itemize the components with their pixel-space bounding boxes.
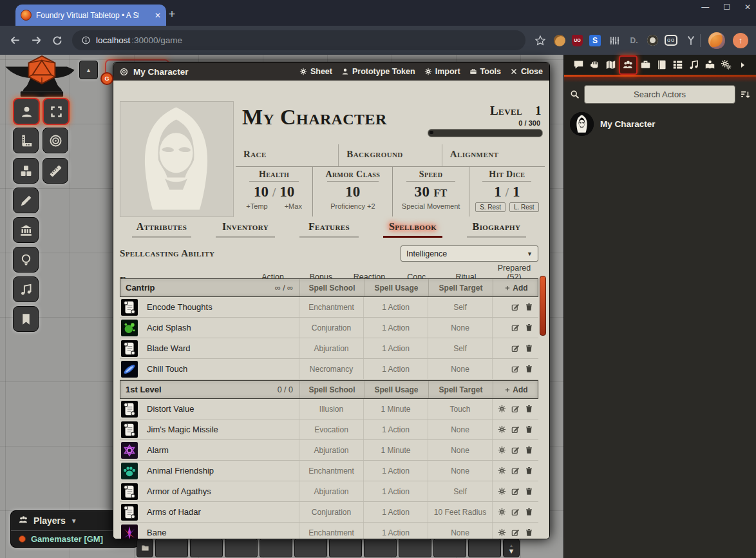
section-slots[interactable]: 0 / 0 bbox=[278, 385, 293, 394]
spell-icon-scroll[interactable] bbox=[121, 401, 138, 418]
edit-spell-icon[interactable] bbox=[511, 323, 520, 332]
spell-icon-scroll[interactable] bbox=[121, 299, 138, 316]
level-value[interactable]: 1 bbox=[535, 104, 542, 118]
hotbar-slot[interactable] bbox=[364, 539, 397, 557]
hotbar-slot[interactable] bbox=[329, 539, 362, 557]
character-name[interactable]: My Character bbox=[242, 106, 387, 128]
sidebar-tab-combat[interactable] bbox=[587, 57, 603, 73]
spell-name[interactable]: Bane bbox=[142, 528, 299, 537]
edit-spell-icon[interactable] bbox=[511, 303, 520, 311]
tab-attributes[interactable]: Attributes bbox=[120, 221, 203, 238]
spell-row[interactable]: Chill Touch Necromancy 1 Action None bbox=[120, 359, 538, 380]
tab-biography[interactable]: Biography bbox=[455, 221, 538, 238]
sidebar-tab-scenes[interactable] bbox=[603, 57, 619, 73]
hotbar-slot[interactable] bbox=[155, 539, 188, 557]
hp-current[interactable]: 10 bbox=[254, 184, 269, 200]
token-controls-button[interactable] bbox=[13, 98, 40, 125]
import-button[interactable]: Import bbox=[424, 67, 460, 76]
spell-name[interactable]: Animal Friendship bbox=[142, 466, 299, 476]
ublock-extension-icon[interactable]: UO bbox=[572, 35, 583, 46]
sort-filter-icon[interactable] bbox=[740, 89, 751, 100]
hotbar-slot[interactable] bbox=[399, 539, 431, 557]
edit-spell-icon[interactable] bbox=[511, 467, 520, 475]
prepare-toggle-icon[interactable] bbox=[498, 446, 506, 454]
spell-name[interactable]: Distort Value bbox=[142, 404, 299, 414]
spell-row[interactable]: Alarm Abjuration 1 Minute None bbox=[120, 440, 538, 461]
tab-close-icon[interactable]: ✕ bbox=[155, 11, 161, 20]
spell-row[interactable]: Bane Enchantment 1 Action None bbox=[120, 523, 538, 539]
browser-update-button[interactable]: ↑ bbox=[733, 33, 748, 48]
delete-spell-icon[interactable] bbox=[525, 365, 533, 373]
prepare-toggle-icon[interactable] bbox=[498, 405, 506, 413]
hotbar-slot[interactable] bbox=[260, 539, 292, 557]
spell-name[interactable]: Arms of Hadar bbox=[142, 507, 299, 517]
select-tool-button[interactable] bbox=[43, 98, 70, 125]
sliders-extension-icon[interactable] bbox=[607, 34, 621, 47]
tab-inventory[interactable]: Inventory bbox=[203, 221, 287, 238]
spell-row[interactable]: Arms of Hadar Conjuration 1 Action 10 Fe… bbox=[120, 502, 538, 523]
tools-button[interactable]: Tools bbox=[469, 67, 501, 76]
prototype-token-button[interactable]: Prototype Token bbox=[341, 67, 415, 76]
spell-row[interactable]: Distort Value Illusion 1 Minute Touch bbox=[120, 399, 538, 419]
back-icon[interactable] bbox=[9, 34, 21, 46]
sidebar-tab-journal[interactable] bbox=[654, 57, 670, 73]
sidebar-tab-compendium[interactable] bbox=[702, 57, 718, 73]
spell-name[interactable]: Acid Splash bbox=[142, 323, 299, 332]
site-info-icon[interactable] bbox=[81, 35, 91, 45]
delete-spell-icon[interactable] bbox=[525, 528, 533, 537]
prepare-toggle-icon[interactable] bbox=[498, 528, 506, 537]
edit-spell-icon[interactable] bbox=[511, 425, 520, 434]
spell-name[interactable]: Alarm bbox=[142, 445, 299, 455]
spell-row[interactable]: Animal Friendship Enchantment 1 Action N… bbox=[120, 461, 538, 481]
note-controls-button[interactable] bbox=[13, 306, 39, 332]
d-extension-icon[interactable]: D. bbox=[627, 34, 641, 47]
prepare-toggle-icon[interactable] bbox=[498, 508, 506, 516]
wall-controls-button[interactable] bbox=[13, 217, 39, 243]
close-window-icon[interactable]: ✕ bbox=[744, 3, 751, 12]
add-spell-button[interactable]: Add bbox=[493, 381, 538, 398]
window-header[interactable]: My Character SheetPrototype TokenImportT… bbox=[113, 63, 549, 81]
cookie-extension-icon[interactable] bbox=[554, 35, 565, 46]
spell-name[interactable]: Jim's Magic Missile bbox=[142, 425, 299, 434]
spell-row[interactable]: Acid Splash Conjuration 1 Action None bbox=[120, 318, 538, 338]
drawing-controls-button[interactable] bbox=[13, 188, 39, 213]
domino-extension-icon[interactable]: oo bbox=[665, 35, 677, 46]
minimize-icon[interactable]: — bbox=[701, 3, 709, 12]
edit-spell-icon[interactable] bbox=[511, 405, 520, 413]
spell-list-scrollbar[interactable] bbox=[540, 276, 546, 336]
spell-icon-bane[interactable] bbox=[121, 524, 138, 539]
prepare-toggle-icon[interactable] bbox=[498, 487, 506, 495]
spell-icon-scroll[interactable] bbox=[121, 340, 138, 357]
close-button[interactable]: Close bbox=[510, 67, 543, 76]
character-portrait[interactable] bbox=[120, 101, 234, 217]
hp-maxmod-label[interactable]: +Max bbox=[285, 202, 302, 210]
s-extension-icon[interactable]: S bbox=[589, 35, 601, 46]
actor-entry[interactable]: My Character bbox=[564, 109, 756, 139]
sidebar-tab-items[interactable] bbox=[638, 57, 654, 73]
hotbar-slot[interactable] bbox=[468, 539, 501, 557]
special-movement-label[interactable]: Special Movement bbox=[402, 202, 460, 210]
edit-spell-icon[interactable] bbox=[511, 487, 520, 495]
sidebar-tab-chat[interactable] bbox=[571, 57, 587, 73]
spell-row[interactable]: Encode Thoughts Enchantment 1 Action Sel… bbox=[120, 297, 538, 318]
hotbar-slot[interactable] bbox=[190, 539, 223, 557]
sidebar-collapse-button[interactable] bbox=[734, 57, 750, 73]
section-slots[interactable]: ∞ / ∞ bbox=[275, 284, 293, 293]
tab-spellbook[interactable]: Spellbook bbox=[371, 221, 455, 238]
sidebar-tab-settings[interactable] bbox=[718, 57, 734, 73]
prepare-toggle-icon[interactable] bbox=[498, 467, 506, 475]
sidebar-tab-tables[interactable] bbox=[670, 57, 686, 73]
sound-controls-button[interactable] bbox=[13, 276, 39, 302]
delete-spell-icon[interactable] bbox=[525, 303, 533, 311]
address-bar[interactable]: localhost:30000/game bbox=[72, 30, 525, 50]
field-alignment[interactable]: Alignment bbox=[442, 144, 545, 166]
search-actors-input[interactable] bbox=[584, 85, 735, 104]
ac-value[interactable]: 10 bbox=[345, 184, 360, 200]
field-race[interactable]: Race bbox=[236, 144, 339, 166]
tab-features[interactable]: Features bbox=[287, 221, 371, 238]
ability-select[interactable]: Intelligence ▼ bbox=[401, 245, 538, 262]
fork-extension-icon[interactable] bbox=[684, 34, 697, 47]
long-rest-button[interactable]: L. Rest bbox=[509, 202, 539, 212]
sheet-button[interactable]: Sheet bbox=[299, 67, 332, 76]
spell-icon-scroll[interactable] bbox=[121, 421, 138, 438]
